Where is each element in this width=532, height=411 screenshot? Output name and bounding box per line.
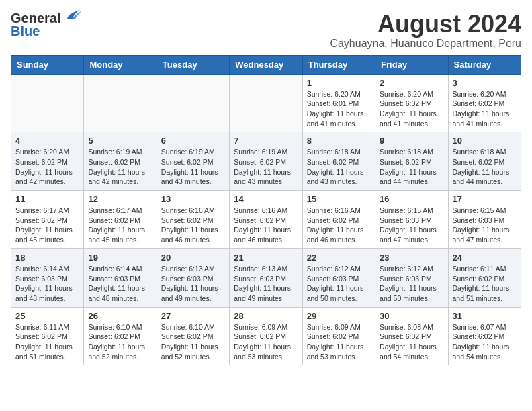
day-info: Sunrise: 6:19 AM Sunset: 6:02 PM Dayligh… <box>88 147 152 187</box>
day-info: Sunrise: 6:16 AM Sunset: 6:02 PM Dayligh… <box>234 205 298 245</box>
calendar-cell <box>230 74 302 132</box>
day-number: 15 <box>307 194 371 204</box>
day-number: 23 <box>380 253 443 263</box>
header-monday: Monday <box>84 55 157 74</box>
calendar-week-5: 25Sunrise: 6:11 AM Sunset: 6:02 PM Dayli… <box>11 307 521 365</box>
day-number: 2 <box>380 78 443 88</box>
day-number: 4 <box>15 136 79 146</box>
day-info: Sunrise: 6:11 AM Sunset: 6:02 PM Dayligh… <box>15 322 79 362</box>
day-number: 30 <box>380 311 443 321</box>
day-info: Sunrise: 6:12 AM Sunset: 6:03 PM Dayligh… <box>380 264 443 304</box>
calendar-cell: 16Sunrise: 6:15 AM Sunset: 6:03 PM Dayli… <box>375 191 448 249</box>
day-number: 22 <box>307 253 371 263</box>
day-number: 19 <box>88 253 152 263</box>
page-header: General Blue August 2024 Cayhuayna, Huan… <box>11 11 521 50</box>
calendar-header-row: SundayMondayTuesdayWednesdayThursdayFrid… <box>11 55 521 74</box>
day-number: 8 <box>307 136 371 146</box>
calendar-cell <box>11 74 84 132</box>
calendar-cell: 12Sunrise: 6:17 AM Sunset: 6:02 PM Dayli… <box>84 191 157 249</box>
calendar-cell: 14Sunrise: 6:16 AM Sunset: 6:02 PM Dayli… <box>230 191 302 249</box>
day-number: 1 <box>307 78 371 88</box>
calendar-cell: 7Sunrise: 6:19 AM Sunset: 6:02 PM Daylig… <box>230 132 302 191</box>
day-number: 17 <box>453 194 517 204</box>
day-number: 29 <box>307 311 371 321</box>
day-info: Sunrise: 6:09 AM Sunset: 6:02 PM Dayligh… <box>307 322 371 362</box>
calendar-cell: 13Sunrise: 6:16 AM Sunset: 6:02 PM Dayli… <box>157 191 229 249</box>
header-sunday: Sunday <box>11 55 84 74</box>
calendar-title: August 2024 <box>330 11 521 38</box>
calendar-cell: 6Sunrise: 6:19 AM Sunset: 6:02 PM Daylig… <box>157 132 229 191</box>
calendar-table: SundayMondayTuesdayWednesdayThursdayFrid… <box>11 55 521 366</box>
day-info: Sunrise: 6:18 AM Sunset: 6:02 PM Dayligh… <box>380 147 443 187</box>
day-info: Sunrise: 6:14 AM Sunset: 6:03 PM Dayligh… <box>88 264 152 304</box>
day-info: Sunrise: 6:20 AM Sunset: 6:01 PM Dayligh… <box>307 89 371 129</box>
day-number: 5 <box>88 136 152 146</box>
calendar-cell: 27Sunrise: 6:10 AM Sunset: 6:02 PM Dayli… <box>157 307 229 365</box>
day-info: Sunrise: 6:20 AM Sunset: 6:02 PM Dayligh… <box>453 89 517 129</box>
day-info: Sunrise: 6:08 AM Sunset: 6:02 PM Dayligh… <box>380 322 443 362</box>
day-number: 24 <box>453 253 517 263</box>
day-number: 20 <box>161 253 225 263</box>
day-info: Sunrise: 6:14 AM Sunset: 6:03 PM Dayligh… <box>15 264 79 304</box>
calendar-cell <box>84 74 157 132</box>
calendar-cell: 4Sunrise: 6:20 AM Sunset: 6:02 PM Daylig… <box>11 132 84 191</box>
calendar-cell: 9Sunrise: 6:18 AM Sunset: 6:02 PM Daylig… <box>375 132 448 191</box>
day-info: Sunrise: 6:11 AM Sunset: 6:02 PM Dayligh… <box>453 264 517 304</box>
day-number: 27 <box>161 311 225 321</box>
calendar-cell: 8Sunrise: 6:18 AM Sunset: 6:02 PM Daylig… <box>302 132 375 191</box>
day-number: 16 <box>380 194 443 204</box>
calendar-cell: 15Sunrise: 6:16 AM Sunset: 6:02 PM Dayli… <box>302 191 375 249</box>
calendar-cell: 26Sunrise: 6:10 AM Sunset: 6:02 PM Dayli… <box>84 307 157 365</box>
day-info: Sunrise: 6:18 AM Sunset: 6:02 PM Dayligh… <box>307 147 371 187</box>
calendar-cell: 22Sunrise: 6:12 AM Sunset: 6:03 PM Dayli… <box>302 248 375 307</box>
day-info: Sunrise: 6:20 AM Sunset: 6:02 PM Dayligh… <box>15 147 79 187</box>
calendar-cell: 3Sunrise: 6:20 AM Sunset: 6:02 PM Daylig… <box>448 74 521 132</box>
day-number: 6 <box>161 136 225 146</box>
calendar-cell: 19Sunrise: 6:14 AM Sunset: 6:03 PM Dayli… <box>84 248 157 307</box>
calendar-cell: 17Sunrise: 6:15 AM Sunset: 6:03 PM Dayli… <box>448 191 521 249</box>
header-thursday: Thursday <box>302 55 375 74</box>
day-info: Sunrise: 6:17 AM Sunset: 6:02 PM Dayligh… <box>15 205 79 245</box>
day-number: 12 <box>88 194 152 204</box>
calendar-week-4: 18Sunrise: 6:14 AM Sunset: 6:03 PM Dayli… <box>11 248 521 307</box>
logo-bird-icon <box>62 7 82 24</box>
calendar-cell: 5Sunrise: 6:19 AM Sunset: 6:02 PM Daylig… <box>84 132 157 191</box>
header-saturday: Saturday <box>448 55 521 74</box>
day-info: Sunrise: 6:15 AM Sunset: 6:03 PM Dayligh… <box>453 205 517 245</box>
logo: General Blue <box>11 11 82 38</box>
day-info: Sunrise: 6:18 AM Sunset: 6:02 PM Dayligh… <box>453 147 517 187</box>
day-info: Sunrise: 6:10 AM Sunset: 6:02 PM Dayligh… <box>88 322 152 362</box>
day-info: Sunrise: 6:19 AM Sunset: 6:02 PM Dayligh… <box>234 147 298 187</box>
header-friday: Friday <box>375 55 448 74</box>
calendar-cell: 1Sunrise: 6:20 AM Sunset: 6:01 PM Daylig… <box>302 74 375 132</box>
calendar-cell: 11Sunrise: 6:17 AM Sunset: 6:02 PM Dayli… <box>11 191 84 249</box>
day-info: Sunrise: 6:12 AM Sunset: 6:03 PM Dayligh… <box>307 264 371 304</box>
day-info: Sunrise: 6:15 AM Sunset: 6:03 PM Dayligh… <box>380 205 443 245</box>
calendar-cell: 2Sunrise: 6:20 AM Sunset: 6:02 PM Daylig… <box>375 74 448 132</box>
calendar-cell: 28Sunrise: 6:09 AM Sunset: 6:02 PM Dayli… <box>230 307 302 365</box>
day-number: 14 <box>234 194 298 204</box>
calendar-week-1: 1Sunrise: 6:20 AM Sunset: 6:01 PM Daylig… <box>11 74 521 132</box>
calendar-subtitle: Cayhuayna, Huanuco Department, Peru <box>330 38 521 50</box>
header-wednesday: Wednesday <box>230 55 302 74</box>
day-info: Sunrise: 6:16 AM Sunset: 6:02 PM Dayligh… <box>307 205 371 245</box>
calendar-cell: 18Sunrise: 6:14 AM Sunset: 6:03 PM Dayli… <box>11 248 84 307</box>
day-number: 21 <box>234 253 298 263</box>
day-info: Sunrise: 6:09 AM Sunset: 6:02 PM Dayligh… <box>234 322 298 362</box>
calendar-cell: 25Sunrise: 6:11 AM Sunset: 6:02 PM Dayli… <box>11 307 84 365</box>
day-info: Sunrise: 6:19 AM Sunset: 6:02 PM Dayligh… <box>161 147 225 187</box>
day-number: 11 <box>15 194 79 204</box>
calendar-cell: 29Sunrise: 6:09 AM Sunset: 6:02 PM Dayli… <box>302 307 375 365</box>
calendar-cell: 20Sunrise: 6:13 AM Sunset: 6:03 PM Dayli… <box>157 248 229 307</box>
day-number: 26 <box>88 311 152 321</box>
calendar-cell: 21Sunrise: 6:13 AM Sunset: 6:03 PM Dayli… <box>230 248 302 307</box>
calendar-cell: 30Sunrise: 6:08 AM Sunset: 6:02 PM Dayli… <box>375 307 448 365</box>
calendar-week-2: 4Sunrise: 6:20 AM Sunset: 6:02 PM Daylig… <box>11 132 521 191</box>
header-tuesday: Tuesday <box>157 55 229 74</box>
title-block: August 2024 Cayhuayna, Huanuco Departmen… <box>330 11 521 50</box>
calendar-cell: 24Sunrise: 6:11 AM Sunset: 6:02 PM Dayli… <box>448 248 521 307</box>
day-info: Sunrise: 6:10 AM Sunset: 6:02 PM Dayligh… <box>161 322 225 362</box>
calendar-cell: 23Sunrise: 6:12 AM Sunset: 6:03 PM Dayli… <box>375 248 448 307</box>
day-info: Sunrise: 6:17 AM Sunset: 6:02 PM Dayligh… <box>88 205 152 245</box>
calendar-cell: 10Sunrise: 6:18 AM Sunset: 6:02 PM Dayli… <box>448 132 521 191</box>
